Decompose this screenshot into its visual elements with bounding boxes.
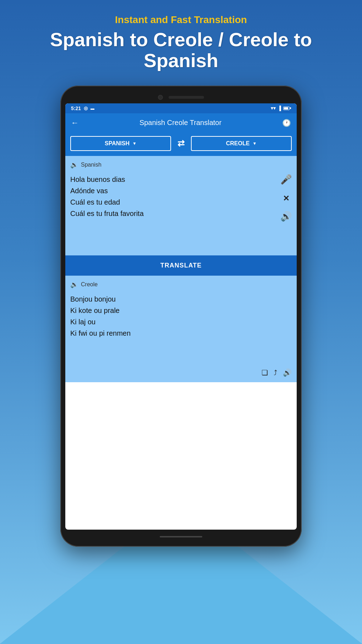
microphone-button[interactable]: [280, 174, 292, 185]
target-lang-label: CREOLE: [226, 140, 250, 147]
input-line-4: Cuál es tu fruta favorita: [70, 208, 292, 219]
output-line-3: Ki laj ou: [70, 316, 292, 328]
swap-icon: ⇄: [177, 139, 185, 148]
input-line-1: Hola buenos dias: [70, 174, 292, 185]
phone-bottom-bar: [65, 533, 297, 540]
target-language-button[interactable]: CREOLE ▼: [191, 136, 292, 151]
output-text-area: Bonjou bonjou Ki kote ou prale Ki laj ou…: [70, 293, 292, 339]
header-section: Instant and Fast Translation Spanish to …: [0, 0, 362, 79]
tts-input-button[interactable]: [280, 211, 292, 222]
output-lang-label-row: Creole: [70, 281, 292, 288]
back-button[interactable]: [71, 118, 79, 128]
phone-speaker-grille: [169, 96, 204, 99]
input-text-area[interactable]: Hola buenos dias Adónde vas Cuál es tu e…: [70, 174, 292, 219]
source-lang-label: SPANISH: [105, 140, 130, 147]
input-speaker-label-icon[interactable]: [70, 161, 78, 169]
copy-output-button[interactable]: [262, 367, 268, 377]
history-button[interactable]: [282, 118, 291, 128]
battery-icon: [283, 107, 291, 110]
source-language-button[interactable]: SPANISH ▼: [70, 136, 171, 151]
phone-screen: 5:21 ◎ ▬ ▾▾ ▐ Spanish Creole Translator: [65, 103, 297, 530]
output-line-1: Bonjou bonjou: [70, 293, 292, 305]
phone-device: 5:21 ◎ ▬ ▾▾ ▐ Spanish Creole Translator: [60, 86, 302, 547]
home-indicator: [160, 536, 202, 537]
input-line-2: Adónde vas: [70, 185, 292, 196]
input-panel: Spanish Hola buenos dias Adónde vas Cuál…: [65, 156, 297, 255]
input-actions: [280, 174, 292, 222]
status-left: 5:21 ◎ ▬: [71, 105, 94, 111]
phone-camera: [158, 95, 163, 100]
status-time: 5:21: [71, 105, 81, 111]
output-lang-name: Creole: [81, 281, 98, 288]
status-icon-1: ◎: [84, 105, 88, 111]
share-output-button[interactable]: [274, 367, 277, 377]
target-lang-dropdown-icon: ▼: [252, 141, 257, 146]
source-lang-dropdown-icon: ▼: [132, 141, 137, 146]
tts-output-button[interactable]: [283, 367, 292, 377]
output-speaker-label-icon[interactable]: [70, 281, 78, 288]
tagline: Instant and Fast Translation: [0, 14, 362, 26]
input-lang-label-row: Spanish: [70, 161, 292, 169]
input-line-3: Cuál es tu edad: [70, 196, 292, 208]
lang-selector-row: SPANISH ▼ ⇄ CREOLE ▼: [65, 132, 297, 156]
output-line-2: Ki kote ou prale: [70, 305, 292, 316]
wifi-icon: ▾▾: [271, 105, 276, 111]
signal-icon: ▐: [278, 105, 281, 111]
clear-input-button[interactable]: [283, 192, 289, 204]
app-bar: Spanish Creole Translator: [65, 113, 297, 132]
translate-button[interactable]: TRANSLATE: [65, 255, 297, 276]
output-line-4: Ki fwi ou pi renmen: [70, 328, 292, 339]
swap-languages-button[interactable]: ⇄: [175, 136, 187, 151]
status-bar: 5:21 ◎ ▬ ▾▾ ▐: [65, 103, 297, 113]
phone-wrapper: 5:21 ◎ ▬ ▾▾ ▐ Spanish Creole Translator: [0, 86, 362, 547]
main-title: Spanish to Creole / Creole to Spanish: [0, 29, 362, 71]
status-right: ▾▾ ▐: [271, 105, 291, 111]
phone-top-bar: [65, 92, 297, 103]
translate-button-label: TRANSLATE: [160, 262, 202, 269]
status-icon-2: ▬: [90, 106, 94, 110]
output-panel: Creole Bonjou bonjou Ki kote ou prale Ki…: [65, 276, 297, 382]
app-bar-title: Spanish Creole Translator: [139, 119, 221, 127]
input-lang-name: Spanish: [81, 162, 102, 168]
output-actions: [262, 367, 292, 377]
